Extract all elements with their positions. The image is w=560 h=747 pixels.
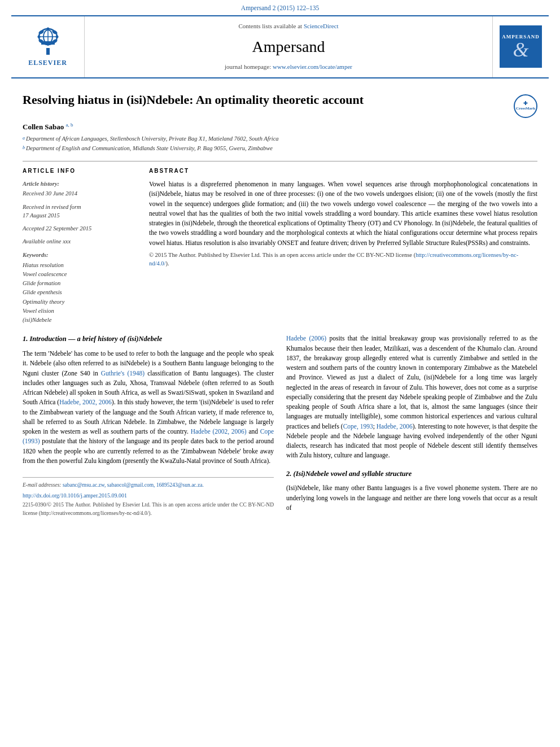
available-online: Available online xxx (23, 237, 135, 246)
crossmark-badge[interactable]: ✚ CrossMark (514, 94, 537, 118)
svg-point-6 (37, 36, 40, 38)
email-line: E-mail addresses: sabanc@msu.ac.zw, saba… (23, 481, 274, 489)
copyright-line: 2215-0390/© 2015 The Author. Published b… (23, 501, 274, 517)
hadebe-link-1[interactable]: Hadebe, 2002, 2006 (59, 399, 112, 405)
keyword-4: Glide epenthesis (23, 288, 135, 296)
section-title-1: 1. Introduction — a brief history of (is… (23, 334, 274, 344)
svg-point-9 (47, 43, 49, 46)
crossmark-label: ✚ CrossMark (516, 101, 535, 111)
journal-volume-info: Ampersand 2 (2015) 122–135 (241, 5, 319, 11)
journal-header-center: Contents lists available at ScienceDirec… (85, 16, 492, 77)
elsevier-tree-icon (25, 25, 71, 56)
ampersand-symbol: & (513, 40, 528, 60)
keywords-list: Hiatus resolution Vowel coalescence Glid… (23, 261, 135, 325)
received-revised-date: Received in revised form17 August 2015 (23, 203, 135, 220)
received-date: Received 30 June 2014 (23, 189, 135, 198)
abstract-text: Vowel hiatus is a dispreferred phenomeno… (149, 180, 537, 248)
ampersand-badge-section: AMPERSAND & (492, 16, 549, 77)
hadebe-2006-link[interactable]: Hadebe (2006) (286, 335, 326, 342)
article-info-col: ARTICLE INFO Article history: Received 3… (23, 167, 135, 325)
right-para-1: Hadebe (2006) posits that the initial br… (286, 334, 537, 460)
affil-sup-b: b (23, 145, 25, 153)
svg-point-8 (46, 28, 49, 30)
journal-title: Ampersand (252, 36, 325, 59)
footer-section: E-mail addresses: sabanc@msu.ac.zw, saba… (23, 477, 274, 517)
main-content: Resolving hiatus in (isi)Ndebele: An opt… (0, 78, 560, 527)
body-content: 1. Introduction — a brief history of (is… (23, 334, 537, 518)
elsevier-logo: ELSEVIER (25, 25, 71, 68)
affil-sup-a: a (23, 135, 25, 143)
hadebe-link-2[interactable]: Hadebe (2002, 2006) (191, 428, 247, 435)
section-title-2: 2. (Isi)Ndebele vowel and syllable struc… (286, 469, 537, 479)
body-right-col: Hadebe (2006) posits that the initial br… (286, 334, 537, 518)
email-label: E-mail addresses: (23, 482, 62, 488)
right-para-2: (Isi)Ndebele, like many other Bantu lang… (286, 483, 537, 513)
doi-link[interactable]: http://dx.doi.org/10.1016/j.amper.2015.0… (23, 492, 127, 499)
keyword-5: Optimality theory (23, 298, 135, 306)
crossmark-circle: ✚ CrossMark (514, 94, 537, 118)
keywords-label: Keywords: (23, 251, 135, 259)
history-label: Article history: (23, 180, 135, 188)
two-col-section: ARTICLE INFO Article history: Received 3… (23, 167, 537, 325)
svg-point-7 (55, 36, 58, 38)
author-line: Collen Sabao a, b (23, 121, 537, 133)
sciencedirect-line: Contents lists available at ScienceDirec… (238, 22, 338, 31)
abstract-heading: ABSTRACT (149, 167, 537, 176)
abstract-col: ABSTRACT Vowel hiatus is a dispreferred … (149, 167, 537, 325)
accepted-date: Accepted 22 September 2015 (23, 224, 135, 233)
article-info-heading: ARTICLE INFO (23, 167, 135, 176)
doi-line: http://dx.doi.org/10.1016/j.amper.2015.0… (23, 491, 274, 500)
elsevier-logo-section: ELSEVIER (11, 16, 85, 77)
keyword-2: Vowel coalescence (23, 270, 135, 278)
ampersand-badge: AMPERSAND & (500, 25, 542, 68)
author-name: Collen Sabao (23, 123, 64, 131)
email-links[interactable]: sabanc@msu.ac.zw, sabaocol@gmail.com, 16… (63, 482, 204, 488)
cope-1993-link[interactable]: Cope, 1993 (343, 423, 373, 430)
body-left-col: 1. Introduction — a brief history of (is… (23, 334, 274, 518)
keyword-3: Glide formation (23, 279, 135, 287)
svg-rect-0 (46, 48, 50, 55)
article-title-section: Resolving hiatus in (isi)Ndebele: An opt… (23, 92, 537, 118)
affiliations: a Department of African Languages, Stell… (23, 135, 537, 152)
intro-paragraph: The term 'Ndebele' has come to be used t… (23, 349, 274, 466)
affiliation-b: b Department of English and Communicatio… (23, 145, 537, 153)
journal-header-main: ELSEVIER Contents lists available at Sci… (11, 15, 549, 78)
journal-header-bar: Ampersand 2 (2015) 122–135 (0, 0, 560, 15)
keyword-6: Vowel elision (23, 307, 135, 315)
article-title: Resolving hiatus in (isi)Ndebele: An opt… (23, 92, 514, 108)
license-text: © 2015 The Author. Published by Elsevier… (149, 252, 415, 258)
homepage-link[interactable]: www.elsevier.com/locate/amper (273, 63, 352, 70)
abstract-license: © 2015 The Author. Published by Elsevier… (149, 251, 537, 268)
keyword-1: Hiatus resolution (23, 261, 135, 269)
author-superscripts: a, b (66, 122, 73, 128)
hadebe-2006-link2[interactable]: Hadebe, 2006 (377, 423, 413, 430)
affiliation-a: a Department of African Languages, Stell… (23, 135, 537, 143)
keyword-7: (isi)Ndebele (23, 316, 135, 324)
guthrie-link[interactable]: Guthrie's (1948) (101, 370, 145, 377)
affil-text-a: Department of African Languages, Stellen… (26, 135, 279, 143)
affil-text-b: Department of English and Communication,… (26, 145, 273, 153)
elsevier-wordmark: ELSEVIER (28, 58, 67, 68)
homepage-line: journal homepage: www.elsevier.com/locat… (225, 63, 352, 72)
divider-1 (23, 161, 537, 161)
sciencedirect-link[interactable]: ScienceDirect (304, 23, 339, 29)
